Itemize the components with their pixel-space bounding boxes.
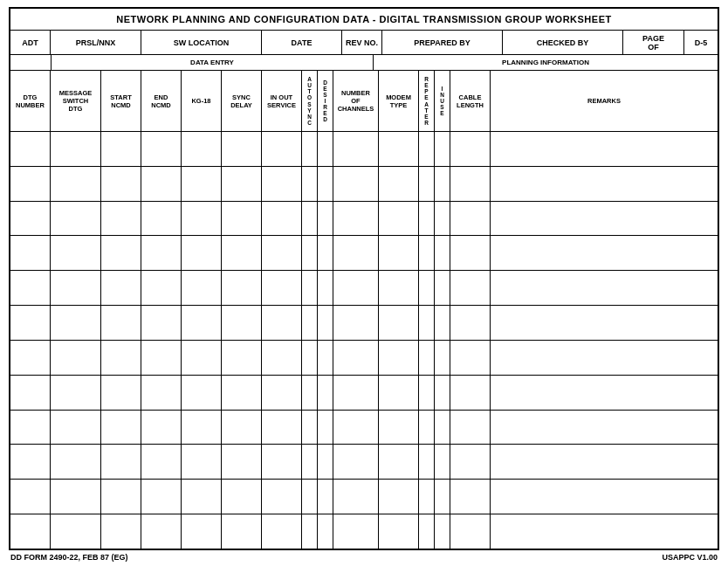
data-cell[interactable]	[302, 271, 318, 305]
data-cell[interactable]	[302, 202, 318, 236]
data-cell[interactable]	[379, 306, 419, 340]
data-cell[interactable]	[491, 132, 718, 166]
data-cell[interactable]	[491, 411, 718, 445]
data-cell[interactable]	[379, 236, 419, 270]
data-cell[interactable]	[435, 306, 450, 340]
data-cell[interactable]	[302, 236, 318, 270]
data-cell[interactable]	[10, 202, 51, 236]
data-cell[interactable]	[318, 167, 333, 201]
data-cell[interactable]	[141, 306, 182, 340]
data-cell[interactable]	[318, 306, 333, 340]
data-cell[interactable]	[450, 480, 491, 514]
data-cell[interactable]	[450, 167, 491, 201]
data-cell[interactable]	[379, 376, 419, 410]
data-cell[interactable]	[10, 445, 51, 479]
data-cell[interactable]	[435, 480, 450, 514]
data-cell[interactable]	[435, 341, 450, 375]
data-cell[interactable]	[141, 445, 182, 479]
data-cell[interactable]	[262, 341, 302, 375]
data-cell[interactable]	[450, 202, 491, 236]
data-cell[interactable]	[222, 306, 262, 340]
data-cell[interactable]	[318, 341, 333, 375]
data-cell[interactable]	[333, 514, 379, 549]
data-cell[interactable]	[182, 132, 222, 166]
data-cell[interactable]	[182, 514, 222, 549]
data-cell[interactable]	[222, 202, 262, 236]
data-cell[interactable]	[318, 236, 333, 270]
data-cell[interactable]	[262, 411, 302, 445]
data-cell[interactable]	[435, 445, 450, 479]
data-cell[interactable]	[435, 411, 450, 445]
data-cell[interactable]	[302, 514, 318, 549]
data-cell[interactable]	[141, 202, 182, 236]
data-cell[interactable]	[435, 271, 450, 305]
data-cell[interactable]	[491, 236, 718, 270]
data-cell[interactable]	[222, 445, 262, 479]
data-cell[interactable]	[379, 411, 419, 445]
data-cell[interactable]	[222, 376, 262, 410]
data-cell[interactable]	[450, 376, 491, 410]
data-cell[interactable]	[262, 132, 302, 166]
data-cell[interactable]	[222, 411, 262, 445]
data-cell[interactable]	[10, 341, 51, 375]
data-cell[interactable]	[182, 341, 222, 375]
data-cell[interactable]	[141, 480, 182, 514]
data-cell[interactable]	[333, 341, 379, 375]
data-cell[interactable]	[333, 167, 379, 201]
data-cell[interactable]	[262, 202, 302, 236]
data-cell[interactable]	[318, 202, 333, 236]
data-cell[interactable]	[491, 341, 718, 375]
data-cell[interactable]	[302, 132, 318, 166]
data-cell[interactable]	[10, 306, 51, 340]
data-cell[interactable]	[10, 167, 51, 201]
data-cell[interactable]	[141, 271, 182, 305]
data-cell[interactable]	[491, 306, 718, 340]
data-cell[interactable]	[262, 236, 302, 270]
data-cell[interactable]	[379, 271, 419, 305]
data-cell[interactable]	[435, 236, 450, 270]
data-cell[interactable]	[141, 236, 182, 270]
data-cell[interactable]	[182, 306, 222, 340]
data-cell[interactable]	[101, 445, 141, 479]
data-cell[interactable]	[51, 445, 101, 479]
data-cell[interactable]	[141, 376, 182, 410]
data-cell[interactable]	[333, 411, 379, 445]
data-cell[interactable]	[419, 411, 435, 445]
data-cell[interactable]	[491, 271, 718, 305]
data-cell[interactable]	[101, 306, 141, 340]
data-cell[interactable]	[419, 445, 435, 479]
data-cell[interactable]	[302, 480, 318, 514]
data-cell[interactable]	[101, 341, 141, 375]
data-cell[interactable]	[10, 271, 51, 305]
data-cell[interactable]	[222, 236, 262, 270]
data-cell[interactable]	[101, 202, 141, 236]
data-cell[interactable]	[379, 167, 419, 201]
data-cell[interactable]	[333, 236, 379, 270]
data-cell[interactable]	[450, 514, 491, 549]
data-cell[interactable]	[101, 236, 141, 270]
data-cell[interactable]	[51, 376, 101, 410]
data-cell[interactable]	[51, 132, 101, 166]
data-cell[interactable]	[302, 411, 318, 445]
data-cell[interactable]	[419, 514, 435, 549]
data-cell[interactable]	[302, 376, 318, 410]
data-cell[interactable]	[333, 445, 379, 479]
data-cell[interactable]	[101, 514, 141, 549]
data-cell[interactable]	[419, 306, 435, 340]
data-cell[interactable]	[435, 132, 450, 166]
data-cell[interactable]	[450, 341, 491, 375]
data-cell[interactable]	[302, 445, 318, 479]
data-cell[interactable]	[333, 202, 379, 236]
data-cell[interactable]	[141, 341, 182, 375]
data-cell[interactable]	[435, 514, 450, 549]
data-cell[interactable]	[262, 167, 302, 201]
data-cell[interactable]	[419, 132, 435, 166]
data-cell[interactable]	[435, 202, 450, 236]
data-cell[interactable]	[379, 132, 419, 166]
data-cell[interactable]	[10, 411, 51, 445]
data-cell[interactable]	[450, 445, 491, 479]
data-cell[interactable]	[141, 411, 182, 445]
data-cell[interactable]	[379, 480, 419, 514]
data-cell[interactable]	[318, 445, 333, 479]
data-cell[interactable]	[222, 514, 262, 549]
